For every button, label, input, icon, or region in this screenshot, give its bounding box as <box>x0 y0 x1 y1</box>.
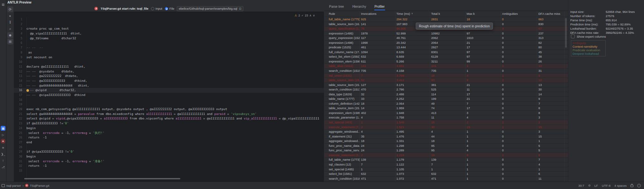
prev-issue-icon[interactable]: ∧ <box>309 14 312 17</box>
table-row[interactable]: func_proc_name_serv...241.28995405 <box>324 148 568 153</box>
code-editor[interactable]: 123create proc up_com_test4 @p_vipa11111… <box>14 17 324 173</box>
terminal-tool-icon[interactable]: ❯_ <box>1 152 5 156</box>
table-row[interactable]: set_special (483)11.54616212 <box>324 120 568 125</box>
line-number: 20 <box>14 107 26 112</box>
table-row[interactable]: full_table_name (1773)1391.179139107 <box>324 157 568 162</box>
stat-value: 52958 char, 964 lines <box>606 10 635 14</box>
line-number: 15 <box>14 83 26 88</box>
tab-profiler[interactable]: Profiler <box>374 4 385 10</box>
column-header-total-k[interactable]: Total k <box>431 12 440 15</box>
code-line: 5 @p_tblname dtchar32 <box>14 36 324 41</box>
breadcrumb-project[interactable]: tsql-parser <box>6 184 21 187</box>
table-row[interactable]: select_list_elem (1592)6326.669612997038 <box>324 54 568 59</box>
table-row[interactable]: expression_elem (1589)4021.948413308 <box>324 111 568 116</box>
table-row[interactable]: table_alias (1612)1414.8311411112 <box>324 64 568 69</box>
next-issue-icon[interactable]: ∨ <box>313 14 315 17</box>
table-row[interactable]: execute_statement (7...21.5213015115 <box>324 125 568 130</box>
table-row[interactable]: search_condition (1519)7354.1587351031 <box>324 69 568 73</box>
line-number: 33 <box>14 168 26 173</box>
table-row[interactable]: predicate (1525)46113.444292717080 <box>324 45 568 50</box>
inspections-widget[interactable]: ⚠ 2 ✓ 23 ∧ ∨ <box>295 14 315 17</box>
problems-tool-icon[interactable]: ! <box>1 158 5 163</box>
table-row[interactable]: execute_parameter (1...41.75811403 <box>324 115 568 120</box>
code-line: 7-- -- -- <box>14 45 324 50</box>
vcs-tool-icon[interactable]: ⎇ <box>1 165 5 169</box>
table-row[interactable]: full_column_name (17...10948.63583019704… <box>324 50 568 55</box>
table-row[interactable]: query_expression (1527)11748.76120621910… <box>324 36 568 41</box>
caret-position[interactable]: 30:7 <box>578 184 584 187</box>
antlr-preview-tool-icon[interactable]: ▦ <box>1 126 5 131</box>
table-row[interactable]: expression (1495)197852.99910982970237 <box>324 31 568 36</box>
notifications-icon[interactable]: ! <box>637 184 641 187</box>
table-vertical-scrollbar[interactable] <box>565 18 567 48</box>
code-line: 20exec nb_com_getsysconfig @a11111111111… <box>14 107 324 112</box>
stripe-menu-icon[interactable]: ▤ <box>1 2 5 7</box>
code-line: 30begin <box>14 154 324 159</box>
editor-panel[interactable]: A TSqlParser.g4 start rule: tsql_file In… <box>14 5 324 182</box>
scroll-to-source-icon[interactable]: ⌕ <box>7 26 13 32</box>
browse-icon[interactable]: ⊡ <box>239 7 242 10</box>
column-header-invocations[interactable]: Invocations <box>361 12 376 15</box>
file-radio[interactable]: File <box>165 7 174 10</box>
antlr-tool-icon[interactable]: A <box>1 139 5 144</box>
code-line: 27end <box>14 140 324 145</box>
save-input-icon[interactable]: ↧ <box>7 19 13 25</box>
stat-label: Parse time (ms): <box>570 18 593 22</box>
table-row[interactable]: search_condition (1517)4702.78652511030 <box>324 87 568 92</box>
table-row[interactable]: data_type (1829)322.48811417014 <box>324 92 568 97</box>
line-separator[interactable]: LF <box>594 184 598 187</box>
column-header-ambiguities[interactable]: Ambiguities <box>502 12 518 15</box>
project-window-icon[interactable] <box>2 184 5 187</box>
table-row[interactable]: table_name (1777)332.2521992109 <box>324 97 568 101</box>
table-row[interactable]: column_definition (1421)182.06449707 <box>324 101 568 106</box>
table-row[interactable]: table_source_item (15...141.959741708 <box>324 106 568 111</box>
run-tool-icon[interactable]: ▷ <box>1 132 5 137</box>
code-line: 19 <box>14 102 324 107</box>
table-row[interactable]: sql_union (1531)73.76818419 <box>324 73 568 78</box>
code-line: 10 <box>14 60 324 64</box>
table-row[interactable]: if_statement (31)351.476441015 <box>324 134 568 139</box>
line-number: 1 <box>14 17 26 22</box>
indent-setting[interactable]: 4 spaces <box>614 184 627 187</box>
show-expert-columns-checkbox[interactable]: Show expert columns <box>571 34 606 38</box>
radio-off-icon <box>151 7 154 10</box>
column-header-max-k[interactable]: Max k <box>467 12 475 15</box>
read-write-lock-icon[interactable] <box>630 185 633 187</box>
table-row[interactable]: expression_elem (1590)6115.266321199026 <box>324 59 568 64</box>
preview-toolbar: ⟳■↧⌕☻⊞ <box>6 6 14 45</box>
tab-hierarchy[interactable]: Hierarchy <box>352 4 366 10</box>
table-row[interactable]: full_table_name (1775)925294.32228311808… <box>324 17 568 22</box>
line-number: 13 <box>14 74 26 79</box>
intention-bulb-icon[interactable] <box>26 89 29 92</box>
table-row[interactable]: execute_body (139...41.0314104 <box>324 181 568 181</box>
horizontal-scrollbar[interactable] <box>24 178 180 179</box>
column-header-rule[interactable]: Rule <box>329 12 335 15</box>
table-row[interactable]: select_list (1581)6321.073632106 <box>324 172 568 176</box>
tab-parse-tree[interactable]: Parse tree <box>329 4 344 10</box>
table-row[interactable]: func_proc_name_data...241.29895405 <box>324 144 568 148</box>
table-row[interactable]: aggregate_windowed...181.33118101 <box>324 139 568 144</box>
table-row[interactable]: table_source_item (15...1273.17138121013 <box>324 83 568 88</box>
table-row[interactable]: sql_clauses (12)71.1227104 <box>324 162 568 167</box>
refresh-icon[interactable]: ⟳ <box>7 6 13 12</box>
line-number: 25 <box>14 131 26 136</box>
line-number: 10 <box>14 60 26 64</box>
parse-tree-mode-icon[interactable]: ⊞ <box>7 39 13 44</box>
profiler-mode-icon[interactable]: ☻ <box>7 32 13 38</box>
input-radio[interactable]: Input <box>151 7 162 10</box>
table-row[interactable]: aggregate_windowed...41.4954103 <box>324 129 568 134</box>
column-header-dfa-cache-miss[interactable]: DFA cache miss <box>538 12 560 15</box>
breadcrumb-file[interactable]: TSqlParser.g4 <box>30 184 49 187</box>
file-encoding[interactable]: UTF-8 <box>602 184 611 187</box>
stop-icon[interactable]: ■ <box>7 13 13 19</box>
table-row[interactable]: expression (1498)199820.342206421082 <box>324 41 568 45</box>
column-header-time-ms-[interactable]: Time (ms)∨ <box>396 12 410 15</box>
table-row[interactable]: table_source_item (15...523.412939212 <box>324 78 568 83</box>
line-number: 16 <box>14 88 26 93</box>
table-row[interactable]: execute_statement (3...21.22418818 <box>324 153 568 158</box>
services-tool-icon[interactable]: ≋ <box>1 145 5 150</box>
file-path-field[interactable]: ebelice/Github/tsql-parser/examples/big.… <box>177 6 243 11</box>
table-row[interactable]: search_condition (1516)4711.0724711011 <box>324 176 568 181</box>
highlighting-level-icon[interactable]: ⊘ <box>588 184 591 187</box>
table-row[interactable]: set_special (1485)11.1051101 <box>324 167 568 172</box>
